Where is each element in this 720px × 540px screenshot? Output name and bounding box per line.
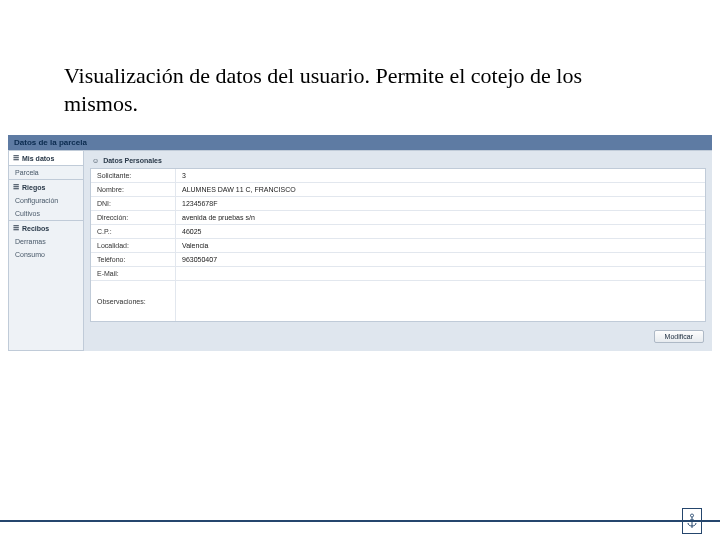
person-icon: ☺: [92, 157, 99, 164]
content-area: ☺ Datos Personales Solicitante: Nombre: …: [84, 151, 712, 351]
anchor-icon: [686, 512, 698, 530]
label-direccion: Dirección:: [91, 211, 176, 224]
footer-logo: [682, 508, 702, 534]
input-email[interactable]: [176, 267, 705, 280]
app-header-bar: Datos de la parcela: [8, 135, 712, 150]
app-screenshot: Datos de la parcela ☰ Mis datos Parcela …: [8, 135, 712, 351]
sidebar-group-recibos[interactable]: ☰ Recibos: [9, 220, 83, 235]
input-nombre[interactable]: [176, 183, 705, 196]
drop-icon: ☰: [13, 183, 19, 191]
sidebar-item-configuracion[interactable]: Configuración: [9, 194, 83, 207]
label-cp: C.P.:: [91, 225, 176, 238]
input-cp[interactable]: [176, 225, 705, 238]
label-nombre: Nombre:: [91, 183, 176, 196]
sidebar: ☰ Mis datos Parcela ☰ Riegos Configuraci…: [8, 151, 84, 351]
input-dni[interactable]: [176, 197, 705, 210]
label-dni: DNI:: [91, 197, 176, 210]
receipt-icon: ☰: [13, 224, 19, 232]
input-direccion[interactable]: [176, 211, 705, 224]
personal-data-form: Solicitante: Nombre: DNI: Dirección:: [90, 168, 706, 322]
label-localidad: Localidad:: [91, 239, 176, 252]
sidebar-tab-mis-datos[interactable]: ☰ Mis datos: [9, 151, 83, 166]
sidebar-item-parcela[interactable]: Parcela: [9, 166, 83, 179]
label-telefono: Teléfono:: [91, 253, 176, 266]
panel-header: ☺ Datos Personales: [90, 155, 706, 168]
sidebar-recibos-label: Recibos: [22, 225, 49, 232]
input-solicitante[interactable]: [176, 169, 705, 182]
sidebar-riegos-label: Riegos: [22, 184, 45, 191]
input-telefono[interactable]: [176, 253, 705, 266]
sidebar-item-consumo[interactable]: Consumo: [9, 248, 83, 261]
sidebar-item-derramas[interactable]: Derramas: [9, 235, 83, 248]
label-solicitante: Solicitante:: [91, 169, 176, 182]
label-email: E-Mail:: [91, 267, 176, 280]
panel-title: Datos Personales: [103, 157, 162, 164]
button-row: Modificar: [90, 322, 706, 343]
label-observaciones: Observaciones:: [91, 281, 176, 321]
user-icon: ☰: [13, 154, 19, 162]
footer-divider: [0, 520, 720, 522]
sidebar-mis-datos-label: Mis datos: [22, 155, 54, 162]
slide-title: Visualización de datos del usuario. Perm…: [64, 62, 660, 117]
sidebar-item-cultivos[interactable]: Cultivos: [9, 207, 83, 220]
sidebar-group-riegos[interactable]: ☰ Riegos: [9, 179, 83, 194]
app-body: ☰ Mis datos Parcela ☰ Riegos Configuraci…: [8, 150, 712, 351]
input-localidad[interactable]: [176, 239, 705, 252]
modify-button[interactable]: Modificar: [654, 330, 704, 343]
input-observaciones[interactable]: [176, 281, 705, 321]
